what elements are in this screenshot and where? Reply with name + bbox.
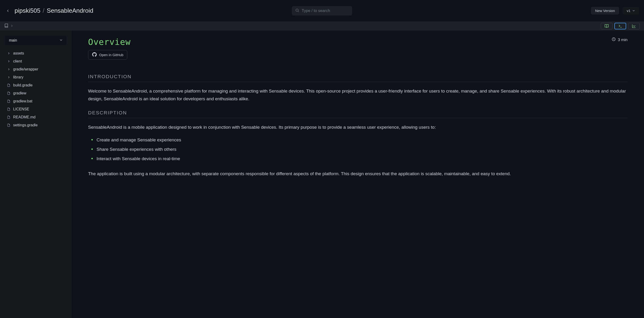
file-icon — [6, 84, 11, 87]
list-item: Share Sensable experiences with others — [91, 145, 628, 154]
chevron-right-icon — [6, 76, 11, 79]
description-intro: SensableAndroid is a mobile application … — [88, 123, 628, 131]
file-tree: assetsclientgradle/wrapperlibrarybuild.g… — [5, 49, 66, 129]
repo-icon — [4, 24, 8, 29]
chevron-right-icon — [6, 68, 11, 71]
branch-name: main — [9, 38, 17, 42]
read-time-label: 3 min — [618, 38, 628, 42]
tree-item-label: gradle/wrapper — [13, 67, 38, 72]
topbar: pipski505 / SensableAndroid New Version … — [0, 0, 644, 21]
chevron-right-icon — [6, 60, 11, 63]
view-analytics-tab[interactable] — [628, 23, 640, 29]
svg-point-0 — [296, 9, 298, 12]
section-heading-description: DESCRIPTION — [88, 110, 628, 118]
content-area: Overview 3 min Open in GitHub INTRODUCTI… — [72, 30, 644, 318]
sidebar: main assetsclientgradle/wrapperlibrarybu… — [0, 30, 72, 318]
intro-paragraph: Welcome to SensableAndroid, a comprehens… — [88, 87, 628, 103]
search-input[interactable] — [302, 8, 349, 13]
clock-icon — [612, 37, 616, 42]
chevron-right-icon — [6, 52, 11, 55]
view-terminal-tab[interactable] — [614, 23, 626, 29]
tree-file[interactable]: build.gradle — [5, 81, 66, 89]
chevron-left-icon — [6, 9, 10, 12]
read-time: 3 min — [612, 37, 628, 42]
branch-selector[interactable]: main — [5, 36, 66, 45]
breadcrumb-repo[interactable]: SensableAndroid — [47, 7, 93, 14]
description-bullets: Create and manage Sensable experiencesSh… — [91, 135, 628, 164]
file-icon — [6, 92, 11, 95]
page-title: Overview — [88, 37, 130, 47]
section-heading-introduction: INTRODUCTION — [88, 74, 628, 82]
file-icon — [6, 108, 11, 111]
tree-item-label: assets — [13, 51, 24, 56]
list-item: Create and manage Sensable experiences — [91, 135, 628, 145]
breadcrumb-owner[interactable]: pipski505 — [14, 7, 40, 14]
github-icon — [92, 52, 97, 58]
chevron-down-icon — [60, 38, 63, 42]
version-label: v1 — [626, 9, 630, 13]
breadcrumb-sep: / — [43, 7, 44, 14]
tree-item-label: LICENSE — [13, 107, 29, 111]
tree-folder[interactable]: client — [5, 57, 66, 65]
description-body2: The application is built using a modular… — [88, 170, 628, 178]
new-version-button[interactable]: New Version — [591, 7, 619, 14]
chevron-right-icon — [10, 24, 13, 28]
tree-item-label: build.gradle — [13, 83, 33, 87]
tree-item-label: gradlew — [13, 91, 26, 95]
tree-file[interactable]: gradlew.bat — [5, 97, 66, 105]
tree-item-label: README.md — [13, 115, 36, 119]
open-in-github-label: Open in GitHub — [99, 53, 123, 57]
file-icon — [6, 116, 11, 119]
chevron-down-icon — [632, 9, 635, 13]
tree-folder[interactable]: library — [5, 73, 66, 81]
version-selector[interactable]: v1 — [622, 7, 639, 14]
tree-file[interactable]: LICENSE — [5, 105, 66, 113]
open-in-github-button[interactable]: Open in GitHub — [88, 50, 127, 60]
list-item: Interact with Sensable devices in real-t… — [91, 154, 628, 164]
back-button[interactable] — [5, 8, 11, 14]
subbar — [0, 21, 644, 30]
tree-folder[interactable]: gradle/wrapper — [5, 65, 66, 73]
tree-file[interactable]: README.md — [5, 113, 66, 121]
breadcrumb: pipski505 / SensableAndroid — [14, 7, 93, 14]
view-docs-tab[interactable] — [601, 23, 612, 29]
tree-item-label: gradlew.bat — [13, 99, 32, 103]
tree-item-label: library — [13, 75, 24, 80]
file-icon — [6, 100, 11, 103]
tree-file[interactable]: gradlew — [5, 89, 66, 97]
tree-item-label: settings.gradle — [13, 123, 38, 127]
file-icon — [6, 124, 11, 127]
tree-folder[interactable]: assets — [5, 49, 66, 57]
new-version-label: New Version — [595, 9, 615, 13]
search-box[interactable] — [292, 6, 352, 16]
tree-item-label: client — [13, 59, 22, 64]
search-icon — [295, 8, 300, 14]
tree-file[interactable]: settings.gradle — [5, 121, 66, 129]
